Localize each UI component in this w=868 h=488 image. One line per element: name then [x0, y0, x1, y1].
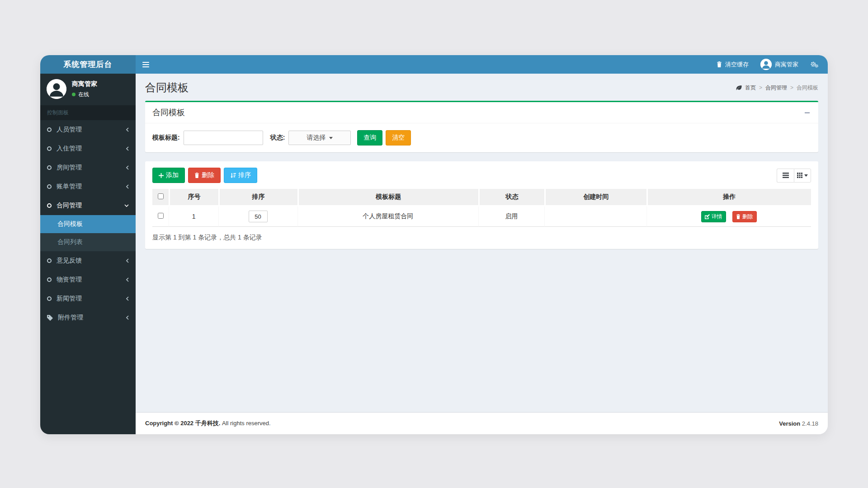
sidebar-item-contracts[interactable]: 合同管理	[40, 196, 136, 215]
sidebar-subitem-contract-template[interactable]: 合同模板	[40, 215, 136, 233]
caret-down-icon	[329, 137, 333, 139]
avatar	[760, 59, 772, 70]
contracts-submenu: 合同模板 合同列表	[40, 215, 136, 251]
sidebar-item-personnel[interactable]: 人员管理	[40, 120, 136, 139]
breadcrumb: 首页 > 合同管理 > 合同模板	[736, 84, 818, 92]
row-delete-button[interactable]: 删除	[732, 211, 757, 222]
circle-o-icon	[47, 277, 52, 282]
footer: Copyright © 2022 千舟科技. All rights reserv…	[136, 412, 828, 434]
sidebar-item-news[interactable]: 新闻管理	[40, 289, 136, 308]
circle-o-icon	[47, 258, 52, 263]
chevron-down-icon	[124, 204, 129, 207]
sidebar-section-header: 控制面板	[40, 105, 136, 120]
navbar: 清空缓存 商寓管家	[136, 55, 828, 74]
content-area: 合同模板 首页 > 合同管理 > 合同模板 合同模板	[136, 74, 828, 412]
plus-icon	[159, 173, 164, 178]
template-title-input[interactable]	[184, 131, 263, 145]
column-header-created: 创建时间	[544, 189, 646, 206]
chevron-left-icon	[126, 184, 129, 189]
collapse-button[interactable]	[803, 109, 811, 117]
gears-icon	[810, 61, 819, 68]
list-lines-icon	[783, 173, 789, 178]
copyright: Copyright © 2022 千舟科技. All rights reserv…	[145, 419, 271, 427]
user-status-label: 在线	[78, 91, 89, 99]
chevron-left-icon	[126, 165, 129, 170]
sort-amount-icon	[230, 173, 236, 178]
search-panel-title: 合同模板	[152, 107, 185, 118]
version-label: Version	[779, 420, 800, 427]
breadcrumb-parent[interactable]: 合同管理	[765, 84, 787, 92]
select-all-checkbox[interactable]	[158, 193, 164, 199]
trash-icon	[736, 214, 741, 219]
row-actions: 详情 删除	[649, 211, 809, 222]
breadcrumb-home[interactable]: 首页	[745, 84, 756, 92]
sidebar-item-feedback[interactable]: 意见反馈	[40, 251, 136, 270]
search-button[interactable]: 查询	[357, 130, 382, 145]
logo-title: 系统管理后台	[64, 59, 113, 70]
navbar-right: 清空缓存 商寓管家	[717, 59, 828, 70]
status-select-value: 请选择	[307, 134, 326, 142]
search-form: 模板标题: 状态: 请选择 查询 清空	[145, 123, 818, 152]
breadcrumb-separator: >	[759, 84, 762, 91]
logo[interactable]: 系统管理后台	[40, 55, 136, 74]
copyright-rest: All rights reserved.	[222, 420, 271, 427]
table-header-row: 序号 排序 模板标题 状态 创建时间 操作	[152, 189, 811, 206]
tag-icon	[47, 315, 53, 321]
status-select[interactable]: 请选择	[288, 131, 351, 145]
copyright-strong: Copyright © 2022 千舟科技.	[145, 420, 220, 427]
clear-cache-button[interactable]: 清空缓存	[717, 61, 749, 69]
breadcrumb-separator: >	[790, 84, 793, 91]
search-panel: 合同模板 模板标题: 状态: 请选择	[145, 101, 818, 152]
circle-o-icon	[47, 203, 52, 208]
column-header-actions: 操作	[646, 189, 811, 206]
sidebar-subitem-contract-list[interactable]: 合同列表	[40, 233, 136, 251]
sidebar-item-bills[interactable]: 账单管理	[40, 177, 136, 196]
column-header-status: 状态	[478, 189, 544, 206]
column-header-sort: 排序	[218, 189, 297, 206]
view-toggle-group	[777, 169, 811, 183]
page-title: 合同模板	[145, 80, 189, 95]
chevron-left-icon	[126, 258, 129, 263]
user-menu[interactable]: 商寓管家	[760, 59, 798, 70]
chevron-left-icon	[126, 146, 129, 151]
chevron-left-icon	[126, 127, 129, 132]
sidebar: 商寓管家 在线 控制面板 人员管理 入住管理 房间	[40, 74, 136, 434]
row-sort-input[interactable]	[249, 211, 268, 222]
template-title-label: 模板标题:	[152, 134, 180, 142]
toggle-pagination-button[interactable]	[777, 169, 794, 183]
avatar	[47, 79, 66, 99]
column-header-title: 模板标题	[297, 189, 479, 206]
row-status: 启用	[478, 206, 544, 227]
settings-button[interactable]	[810, 61, 819, 68]
row-detail-button[interactable]: 详情	[701, 211, 726, 222]
online-dot-icon	[72, 93, 75, 96]
delete-button[interactable]: 删除	[188, 168, 221, 183]
version-value: 2.4.18	[802, 420, 818, 427]
sidebar-item-rooms[interactable]: 房间管理	[40, 158, 136, 177]
row-index: 1	[169, 206, 218, 227]
clear-button[interactable]: 清空	[386, 130, 411, 145]
hamburger-icon	[142, 62, 149, 63]
circle-o-icon	[47, 184, 52, 189]
sidebar-item-supplies[interactable]: 物资管理	[40, 270, 136, 289]
column-header-index: 序号	[169, 189, 218, 206]
top-bar: 系统管理后台 清空缓存 商寓管家	[40, 55, 828, 74]
sidebar-item-checkin[interactable]: 入住管理	[40, 139, 136, 158]
grid-icon	[797, 173, 802, 178]
edit-icon	[705, 214, 710, 219]
sidebar-toggle-button[interactable]	[136, 55, 156, 74]
caret-down-icon	[804, 174, 808, 177]
columns-dropdown-button[interactable]	[794, 169, 811, 183]
contract-template-table: 序号 排序 模板标题 状态 创建时间 操作 1	[152, 189, 811, 227]
sort-button[interactable]: 排序	[224, 168, 257, 183]
app-window: 系统管理后台 清空缓存 商寓管家	[40, 55, 828, 434]
sidebar-item-attachments[interactable]: 附件管理	[40, 308, 136, 327]
row-created-at	[544, 206, 646, 227]
dashboard-leaf-icon	[736, 85, 742, 90]
breadcrumb-current: 合同模板	[797, 84, 818, 92]
version: Version 2.4.18	[779, 420, 818, 427]
sidebar-user-panel: 商寓管家 在线	[40, 74, 136, 105]
row-checkbox[interactable]	[158, 213, 164, 219]
content-header: 合同模板 首页 > 合同管理 > 合同模板	[145, 74, 818, 101]
add-button[interactable]: 添加	[152, 168, 185, 183]
